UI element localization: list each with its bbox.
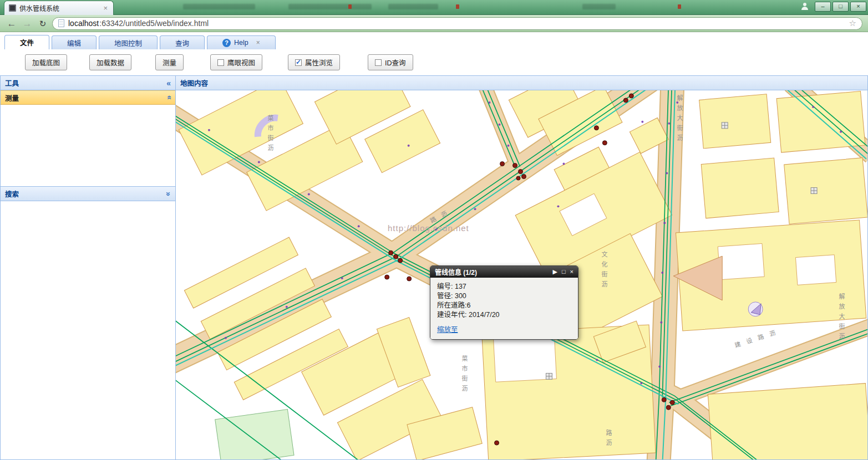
favicon-icon (9, 4, 16, 12)
browser-tab[interactable]: 供水管线系统 × (4, 1, 114, 15)
toolbar: 加载底图 加载数据 测量 鹰眼视图 属性浏览 ID查询 (0, 49, 868, 75)
forward-icon[interactable]: → (21, 19, 33, 28)
reload-icon[interactable]: ↻ (37, 19, 49, 28)
browser-window: 供水管线系统 × – □ × ← → ↻ localhost :63342/un… (0, 0, 868, 460)
attribute-browse-toggle[interactable]: 属性浏览 (288, 54, 340, 70)
popup-row: 建设年代: 2014/7/20 (437, 310, 571, 320)
map-panel-header: 地图内容 (176, 76, 867, 90)
ribbon-tabstrip: 文件 编辑 地图控制 查询 ? Help × (0, 32, 868, 49)
zoom-to-link[interactable]: 缩放至 (437, 324, 458, 334)
map-panel-title: 地图内容 (180, 78, 208, 88)
minimize-button[interactable]: – (815, 2, 831, 12)
url-field[interactable]: localhost :63342/untitled5/web/index.htm… (52, 17, 862, 30)
collapse-left-icon[interactable]: « (166, 79, 171, 87)
popup-row: 所在道路:6 (437, 301, 571, 310)
load-basemap-button[interactable]: 加载底图 (25, 54, 67, 70)
eagle-eye-toggle[interactable]: 鹰眼视图 (210, 54, 262, 70)
maximize-button[interactable]: □ (833, 2, 849, 12)
titlebar-artifact (456, 4, 459, 9)
help-icon: ? (222, 39, 231, 47)
collapse-up-icon[interactable]: » (165, 95, 172, 100)
browser-tab-title: 供水管线系统 (19, 3, 99, 13)
profile-icon[interactable] (796, 1, 813, 12)
page-icon (58, 19, 64, 27)
street-label: 解放大街沥 (675, 95, 684, 145)
titlebar-artifact (288, 4, 372, 9)
window-controls: – □ × (796, 1, 866, 12)
popup-row: 编号: 137 (437, 282, 571, 292)
street-label: 路沥 (604, 430, 613, 449)
tools-panel-header[interactable]: 工具 « (1, 76, 175, 90)
tab-close-icon[interactable]: × (102, 4, 109, 12)
street-label: 菜市街沥 (460, 355, 469, 395)
street-label: 菜市街沥 (266, 115, 275, 155)
map-panel: 地图内容 (176, 75, 868, 460)
watermark: http://blog.csdn.net (388, 223, 469, 233)
tab-file[interactable]: 文件 (4, 35, 49, 49)
accordion-measure-header[interactable]: 测量 » (1, 90, 175, 105)
expand-down-icon[interactable]: » (165, 192, 172, 196)
popup-body: 编号: 137 管径: 300 所在道路:6 建设年代: 2014/7/20 缩… (430, 278, 578, 339)
popup-title: 管线信息 (1/2) (435, 267, 548, 277)
titlebar-artifact (582, 4, 616, 9)
street-label: 解放大街沥 (837, 293, 846, 343)
tab-edit[interactable]: 编辑 (52, 35, 97, 49)
titlebar-artifact (183, 4, 255, 9)
id-query-toggle[interactable]: ID查询 (368, 54, 413, 70)
tab-close-icon[interactable]: × (256, 39, 260, 47)
close-button[interactable]: × (850, 2, 866, 12)
load-data-button[interactable]: 加载数据 (89, 54, 131, 70)
tab-query[interactable]: 查询 (160, 35, 205, 49)
popup-header[interactable]: 管线信息 (1/2) ▶ □ × (430, 266, 578, 278)
sidebar-filler (1, 201, 175, 459)
map-area[interactable]: 菜市街沥 解放大街沥 文化街沥 解放大街沥 菜市街沥 路沥 建设路沥 路沥 ht… (176, 90, 867, 459)
accordion-search-header[interactable]: 搜索 » (1, 187, 175, 201)
tools-panel-title: 工具 (5, 78, 19, 88)
green-building (215, 409, 294, 459)
tools-sidebar: 工具 « 测量 » 搜索 » (0, 75, 176, 460)
tab-help[interactable]: ? Help × (207, 35, 276, 49)
url-path: :63342/untitled5/web/index.html (99, 19, 209, 28)
eagle-eye-checkbox[interactable] (217, 59, 224, 66)
popup-row: 管径: 300 (437, 292, 571, 301)
close-popup-icon[interactable]: × (570, 269, 573, 275)
tab-map-control[interactable]: 地图控制 (99, 35, 158, 49)
titlebar-artifact (388, 4, 438, 9)
url-host: localhost (68, 19, 99, 28)
measure-button[interactable]: 测量 (155, 54, 184, 70)
titlebar-artifact (678, 4, 681, 9)
next-record-icon[interactable]: ▶ (552, 269, 557, 275)
id-query-checkbox[interactable] (375, 59, 382, 66)
back-icon[interactable]: ← (6, 19, 18, 28)
page-content: 工具 « 测量 » 搜索 » 地图内容 (0, 75, 868, 460)
titlebar-artifact (348, 4, 352, 9)
browser-titlebar: 供水管线系统 × – □ × (0, 0, 868, 15)
measure-panel-body (1, 105, 175, 187)
bookmark-star-icon[interactable]: ☆ (849, 18, 856, 28)
pipeline-info-popup: 管线信息 (1/2) ▶ □ × 编号: 137 管径: 300 所在道路:6 … (430, 265, 578, 340)
attribute-browse-checkbox[interactable] (295, 59, 302, 66)
street-label: 文化街沥 (600, 251, 608, 291)
address-bar: ← → ↻ localhost :63342/untitled5/web/ind… (0, 15, 868, 32)
maximize-popup-icon[interactable]: □ (562, 269, 566, 275)
